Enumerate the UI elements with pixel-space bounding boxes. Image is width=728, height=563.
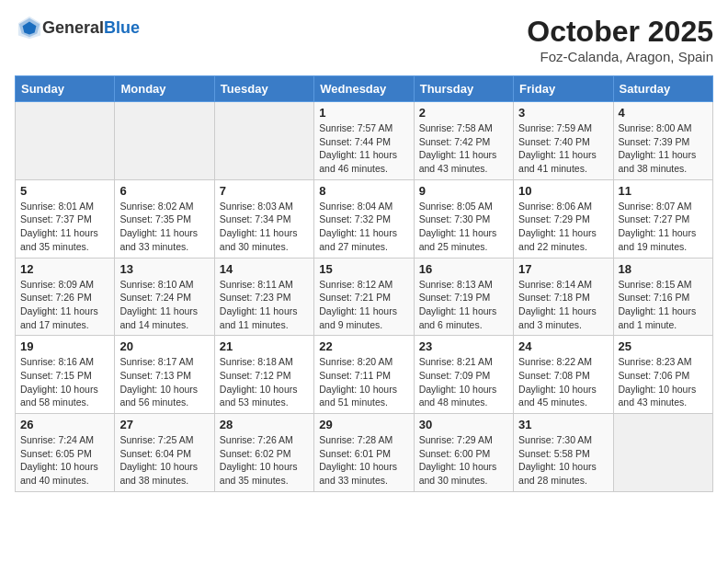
day-info: Sunrise: 7:58 AM Sunset: 7:42 PM Dayligh… — [419, 121, 508, 176]
calendar-cell: 6Sunrise: 8:02 AM Sunset: 7:35 PM Daylig… — [115, 179, 214, 258]
day-info: Sunrise: 8:13 AM Sunset: 7:19 PM Dayligh… — [419, 278, 508, 332]
calendar-cell: 12Sunrise: 8:09 AM Sunset: 7:26 PM Dayli… — [16, 258, 115, 336]
day-number: 1 — [319, 106, 408, 120]
logo-icon — [17, 15, 42, 40]
calendar-cell: 27Sunrise: 7:25 AM Sunset: 6:04 PM Dayli… — [115, 414, 214, 492]
week-row-5: 26Sunrise: 7:24 AM Sunset: 6:05 PM Dayli… — [16, 414, 713, 492]
calendar-cell — [16, 102, 115, 180]
day-number: 23 — [419, 339, 508, 353]
calendar-cell: 28Sunrise: 7:26 AM Sunset: 6:02 PM Dayli… — [214, 414, 313, 492]
day-info: Sunrise: 8:07 AM Sunset: 7:27 PM Dayligh… — [619, 200, 708, 254]
logo: GeneralBlue — [15, 15, 140, 40]
calendar-cell: 19Sunrise: 8:16 AM Sunset: 7:15 PM Dayli… — [16, 336, 115, 414]
calendar-cell: 24Sunrise: 8:22 AM Sunset: 7:08 PM Dayli… — [514, 336, 613, 414]
day-info: Sunrise: 8:11 AM Sunset: 7:23 PM Dayligh… — [220, 278, 309, 332]
day-info: Sunrise: 7:59 AM Sunset: 7:40 PM Dayligh… — [518, 121, 608, 176]
day-info: Sunrise: 8:23 AM Sunset: 7:06 PM Dayligh… — [619, 355, 708, 409]
calendar-cell: 15Sunrise: 8:12 AM Sunset: 7:21 PM Dayli… — [314, 258, 414, 336]
weekday-header-monday: Monday — [115, 76, 214, 102]
calendar-cell: 5Sunrise: 8:01 AM Sunset: 7:37 PM Daylig… — [16, 179, 115, 258]
location-text: Foz-Calanda, Aragon, Spain — [527, 49, 713, 64]
day-number: 15 — [319, 262, 408, 276]
day-number: 12 — [20, 262, 109, 276]
day-info: Sunrise: 8:09 AM Sunset: 7:26 PM Dayligh… — [20, 278, 109, 332]
calendar-cell: 4Sunrise: 8:00 AM Sunset: 7:39 PM Daylig… — [613, 102, 712, 180]
day-number: 4 — [619, 106, 708, 120]
day-number: 24 — [518, 339, 608, 353]
day-info: Sunrise: 8:14 AM Sunset: 7:18 PM Dayligh… — [518, 278, 608, 332]
day-number: 2 — [419, 106, 508, 120]
day-info: Sunrise: 8:02 AM Sunset: 7:35 PM Dayligh… — [119, 200, 209, 254]
calendar-cell: 2Sunrise: 7:58 AM Sunset: 7:42 PM Daylig… — [414, 102, 513, 180]
day-number: 22 — [319, 339, 408, 353]
weekday-header-thursday: Thursday — [414, 76, 513, 102]
week-row-2: 5Sunrise: 8:01 AM Sunset: 7:37 PM Daylig… — [16, 179, 713, 258]
day-number: 16 — [419, 262, 508, 276]
day-number: 25 — [619, 339, 708, 353]
calendar-cell — [613, 414, 712, 492]
day-number: 8 — [319, 184, 408, 198]
day-info: Sunrise: 8:01 AM Sunset: 7:37 PM Dayligh… — [20, 200, 109, 254]
page-header: GeneralBlue October 2025 Foz-Calanda, Ar… — [15, 15, 713, 64]
month-title: October 2025 — [527, 15, 713, 49]
day-number: 13 — [119, 262, 209, 276]
day-number: 27 — [119, 418, 209, 431]
day-info: Sunrise: 8:12 AM Sunset: 7:21 PM Dayligh… — [319, 278, 408, 332]
day-info: Sunrise: 7:26 AM Sunset: 6:02 PM Dayligh… — [220, 433, 309, 488]
weekday-header-friday: Friday — [514, 76, 613, 102]
day-number: 19 — [20, 339, 109, 353]
calendar-cell: 25Sunrise: 8:23 AM Sunset: 7:06 PM Dayli… — [613, 336, 712, 414]
day-number: 29 — [319, 418, 408, 431]
day-info: Sunrise: 8:20 AM Sunset: 7:11 PM Dayligh… — [319, 355, 408, 409]
week-row-1: 1Sunrise: 7:57 AM Sunset: 7:44 PM Daylig… — [16, 102, 713, 180]
logo-blue-text: Blue — [104, 18, 140, 37]
day-info: Sunrise: 8:18 AM Sunset: 7:12 PM Dayligh… — [220, 355, 309, 409]
day-number: 9 — [419, 184, 508, 198]
calendar-cell: 30Sunrise: 7:29 AM Sunset: 6:00 PM Dayli… — [414, 414, 513, 492]
day-info: Sunrise: 8:22 AM Sunset: 7:08 PM Dayligh… — [518, 355, 608, 409]
day-number: 6 — [119, 184, 209, 198]
day-number: 20 — [119, 339, 209, 353]
calendar-cell: 26Sunrise: 7:24 AM Sunset: 6:05 PM Dayli… — [16, 414, 115, 492]
calendar-cell: 29Sunrise: 7:28 AM Sunset: 6:01 PM Dayli… — [314, 414, 414, 492]
week-row-3: 12Sunrise: 8:09 AM Sunset: 7:26 PM Dayli… — [16, 258, 713, 336]
day-info: Sunrise: 7:24 AM Sunset: 6:05 PM Dayligh… — [20, 433, 109, 488]
calendar-cell: 21Sunrise: 8:18 AM Sunset: 7:12 PM Dayli… — [214, 336, 313, 414]
day-info: Sunrise: 8:15 AM Sunset: 7:16 PM Dayligh… — [619, 278, 708, 332]
calendar-table: SundayMondayTuesdayWednesdayThursdayFrid… — [15, 75, 713, 492]
day-info: Sunrise: 8:06 AM Sunset: 7:29 PM Dayligh… — [518, 200, 608, 254]
calendar-cell: 10Sunrise: 8:06 AM Sunset: 7:29 PM Dayli… — [514, 179, 613, 258]
day-number: 30 — [419, 418, 508, 431]
day-number: 11 — [619, 184, 708, 198]
day-info: Sunrise: 7:29 AM Sunset: 6:00 PM Dayligh… — [419, 433, 508, 488]
calendar-cell: 9Sunrise: 8:05 AM Sunset: 7:30 PM Daylig… — [414, 179, 513, 258]
day-info: Sunrise: 8:05 AM Sunset: 7:30 PM Dayligh… — [419, 200, 508, 254]
weekday-header-saturday: Saturday — [613, 76, 712, 102]
day-number: 31 — [518, 418, 608, 431]
day-number: 10 — [518, 184, 608, 198]
day-info: Sunrise: 7:25 AM Sunset: 6:04 PM Dayligh… — [119, 433, 209, 488]
week-row-4: 19Sunrise: 8:16 AM Sunset: 7:15 PM Dayli… — [16, 336, 713, 414]
day-info: Sunrise: 8:04 AM Sunset: 7:32 PM Dayligh… — [319, 200, 408, 254]
day-number: 17 — [518, 262, 608, 276]
day-number: 26 — [20, 418, 109, 431]
day-info: Sunrise: 7:28 AM Sunset: 6:01 PM Dayligh… — [319, 433, 408, 488]
day-info: Sunrise: 8:03 AM Sunset: 7:34 PM Dayligh… — [220, 200, 309, 254]
day-info: Sunrise: 7:57 AM Sunset: 7:44 PM Dayligh… — [319, 121, 408, 176]
calendar-cell: 1Sunrise: 7:57 AM Sunset: 7:44 PM Daylig… — [314, 102, 414, 180]
weekday-header-row: SundayMondayTuesdayWednesdayThursdayFrid… — [16, 76, 713, 102]
weekday-header-wednesday: Wednesday — [314, 76, 414, 102]
calendar-cell: 18Sunrise: 8:15 AM Sunset: 7:16 PM Dayli… — [613, 258, 712, 336]
day-info: Sunrise: 8:21 AM Sunset: 7:09 PM Dayligh… — [419, 355, 508, 409]
calendar-cell: 23Sunrise: 8:21 AM Sunset: 7:09 PM Dayli… — [414, 336, 513, 414]
calendar-cell: 20Sunrise: 8:17 AM Sunset: 7:13 PM Dayli… — [115, 336, 214, 414]
calendar-cell: 7Sunrise: 8:03 AM Sunset: 7:34 PM Daylig… — [214, 179, 313, 258]
calendar-cell — [115, 102, 214, 180]
calendar-cell: 17Sunrise: 8:14 AM Sunset: 7:18 PM Dayli… — [514, 258, 613, 336]
logo-general-text: General — [42, 18, 104, 37]
weekday-header-sunday: Sunday — [16, 76, 115, 102]
day-info: Sunrise: 8:16 AM Sunset: 7:15 PM Dayligh… — [20, 355, 109, 409]
day-number: 21 — [220, 339, 309, 353]
calendar-cell: 13Sunrise: 8:10 AM Sunset: 7:24 PM Dayli… — [115, 258, 214, 336]
day-info: Sunrise: 8:10 AM Sunset: 7:24 PM Dayligh… — [119, 278, 209, 332]
